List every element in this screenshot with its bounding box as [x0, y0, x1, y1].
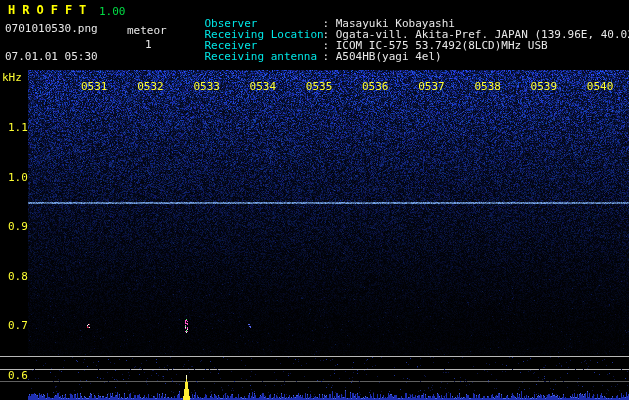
time-label-0532: 0532: [137, 81, 164, 92]
datetime-label: 07.01.01 05:30: [5, 51, 98, 62]
info-value-antenna: : A504HB(yagi 4el): [323, 50, 442, 63]
freq-label-0.6: 0.6: [8, 370, 28, 381]
mode-label: meteor: [127, 25, 167, 36]
freq-label-1.1: 1.1: [8, 122, 28, 133]
time-label-0538: 0538: [474, 81, 501, 92]
time-label-0537: 0537: [418, 81, 445, 92]
freq-label-0.7: 0.7: [8, 320, 28, 331]
freq-label-0.9: 0.9: [8, 221, 28, 232]
output-filename: 0701010530.png: [5, 23, 98, 34]
info-label-antenna: Receiving antenna: [205, 51, 323, 62]
time-label-0534: 0534: [250, 81, 277, 92]
app-version: 1.00: [99, 5, 126, 18]
app-title: HROFFT: [8, 3, 93, 17]
time-label-0536: 0536: [362, 81, 389, 92]
time-label-0535: 0535: [306, 81, 333, 92]
time-label-0540: 0540: [587, 81, 614, 92]
hrofft-screen: { "app": { "title": "HROFFT", "version":…: [0, 0, 629, 400]
freq-label-0.8: 0.8: [8, 271, 28, 282]
time-label-0539: 0539: [531, 81, 558, 92]
freq-label-1.0: 1.0: [8, 172, 28, 183]
time-label-0531: 0531: [81, 81, 108, 92]
time-label-0533: 0533: [193, 81, 220, 92]
freq-unit-label: kHz: [2, 72, 22, 83]
mode-count: 1: [145, 39, 152, 50]
info-row-antenna: Receiving antenna: A504HB(yagi 4el): [178, 40, 442, 73]
